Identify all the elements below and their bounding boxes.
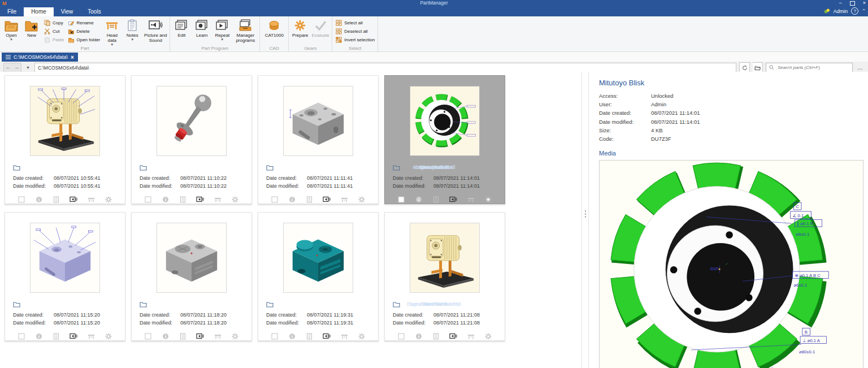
part-thumbnail[interactable]: [5, 215, 125, 300]
info-icon[interactable]: [415, 332, 423, 340]
picture-sound-icon[interactable]: [449, 332, 457, 340]
learn-button[interactable]: Learn: [192, 18, 211, 38]
select-checkbox[interactable]: [18, 332, 25, 340]
info-icon[interactable]: [35, 332, 43, 340]
copy-button[interactable]: Copy: [42, 19, 65, 27]
tab-file[interactable]: File: [0, 7, 24, 16]
notes-icon[interactable]: [432, 332, 440, 340]
back-icon[interactable]: ←: [4, 64, 12, 71]
more-options-icon[interactable]: …: [856, 64, 865, 71]
select-checkbox[interactable]: [397, 332, 405, 340]
invert-selection-button[interactable]: Invert selection: [334, 36, 376, 44]
gear-icon[interactable]: [231, 196, 239, 204]
picture-sound-icon[interactable]: [196, 196, 204, 204]
tab-tools[interactable]: Tools: [80, 7, 108, 16]
info-icon[interactable]: [162, 196, 170, 204]
part-card-demo-part-blue-pattern[interactable]: Demo Part Blue Pattern Date created:08/0…: [5, 212, 125, 341]
part-card-engine-block-pmi[interactable]: Engine Block PMI Date created:08/07/2021…: [5, 75, 125, 204]
head-data-icon[interactable]: [467, 196, 475, 204]
notes-button[interactable]: Notes▼: [123, 18, 142, 42]
paste-button[interactable]: Paste: [42, 36, 65, 44]
part-thumbnail[interactable]: [385, 78, 505, 163]
open-button[interactable]: Open▼: [2, 18, 21, 42]
gear-icon[interactable]: [358, 196, 366, 204]
gear-icon[interactable]: [105, 332, 112, 340]
notes-icon[interactable]: [306, 196, 314, 204]
picture-sound-icon[interactable]: [449, 196, 457, 204]
repeat-button[interactable]: Repeat▼: [212, 18, 232, 42]
notes-icon[interactable]: [53, 196, 60, 204]
tab-home[interactable]: Home: [24, 7, 54, 16]
ribbon-collapse-icon[interactable]: ⌃: [862, 8, 866, 14]
picture-sound-icon[interactable]: [323, 332, 331, 340]
info-icon[interactable]: [35, 196, 43, 204]
notes-icon[interactable]: [306, 332, 314, 340]
info-icon[interactable]: [288, 196, 296, 204]
head-data-icon[interactable]: [87, 196, 95, 204]
part-thumbnail[interactable]: [258, 215, 378, 300]
deselect-all-button[interactable]: Deselect all: [334, 27, 376, 35]
select-checkbox[interactable]: [397, 196, 405, 204]
picture-sound-icon[interactable]: [70, 196, 77, 204]
part-card-engine-block-without-pmi[interactable]: Engine Block without PMI Date created:08…: [384, 212, 505, 341]
notes-icon[interactable]: [432, 196, 440, 204]
info-icon[interactable]: [415, 196, 423, 204]
close-icon[interactable]: ×: [863, 1, 866, 6]
head-data-icon[interactable]: [340, 332, 348, 340]
part-thumbnail[interactable]: [132, 215, 251, 300]
gear-icon[interactable]: [484, 332, 492, 340]
search-input[interactable]: [776, 64, 849, 71]
gear-icon[interactable]: [105, 196, 112, 204]
restore-icon[interactable]: [850, 1, 855, 6]
gear-icon[interactable]: [358, 332, 366, 340]
head-data-icon[interactable]: [467, 332, 475, 340]
part-card-mitutoyo-blisk[interactable]: Mitutoyo Blisk Date created:08/07/2021 1…: [384, 75, 505, 204]
part-card-demo-part-1[interactable]: Demo Part 1 Date created:08/07/2021 11:1…: [258, 75, 379, 204]
part-thumbnail[interactable]: [258, 78, 378, 163]
forward-icon[interactable]: →: [12, 64, 21, 71]
select-checkbox[interactable]: [271, 196, 279, 204]
part-card-demo-part-2[interactable]: Demo Part 2 Date created:08/07/2021 11:1…: [131, 212, 252, 341]
select-checkbox[interactable]: [271, 332, 279, 340]
open-folder-button[interactable]: Open folder: [66, 36, 101, 44]
notes-icon[interactable]: [179, 332, 187, 340]
cut-button[interactable]: Cut: [42, 27, 65, 35]
select-all-button[interactable]: Select all: [334, 19, 376, 27]
select-checkbox[interactable]: [18, 196, 25, 204]
select-checkbox[interactable]: [144, 332, 152, 340]
document-tab[interactable]: C:\MCOSMOSx64\data\ ×: [2, 53, 78, 62]
picture-sound-icon[interactable]: [323, 196, 331, 204]
part-card-kogame-masterball[interactable]: KoGaMe Masterball Date created:08/07/202…: [131, 75, 252, 204]
part-card-swiss-block[interactable]: Swiss Block Date created:08/07/2021 11:1…: [258, 212, 379, 341]
part-thumbnail[interactable]: [385, 215, 505, 300]
media-preview[interactable]: B6R C ∠ 0.1 ∥ ⌀0.1 B ⌀6±0.1 ⊕ ⌀0.1 A B C…: [599, 160, 863, 368]
minimize-icon[interactable]: –: [839, 1, 842, 6]
tab-view[interactable]: View: [54, 7, 81, 16]
panel-splitter[interactable]: [581, 72, 589, 368]
notes-icon[interactable]: [179, 196, 187, 204]
head-data-icon[interactable]: [214, 332, 222, 340]
head-data-icon[interactable]: [214, 196, 222, 204]
address-input[interactable]: [34, 63, 736, 72]
gear-icon[interactable]: [484, 196, 492, 204]
head-data-button[interactable]: Head data▼: [102, 18, 121, 47]
edit-button[interactable]: Edit: [172, 18, 191, 38]
picture-and-sound-button[interactable]: Picture and Sound: [143, 18, 168, 44]
manager-programs-button[interactable]: Manager programs: [233, 18, 258, 44]
picture-sound-icon[interactable]: [196, 332, 204, 340]
new-button[interactable]: New: [22, 18, 41, 38]
part-thumbnail[interactable]: [132, 78, 251, 163]
notes-icon[interactable]: [53, 332, 60, 340]
part-thumbnail[interactable]: [5, 78, 125, 163]
tab-close-icon[interactable]: ×: [71, 54, 74, 60]
prepare-button[interactable]: Prepare: [290, 18, 310, 38]
info-icon[interactable]: [288, 332, 296, 340]
evaluate-button[interactable]: Evaluate: [311, 18, 330, 38]
gear-icon[interactable]: [231, 332, 239, 340]
cat1000-button[interactable]: CAT1000: [262, 18, 287, 38]
help-icon[interactable]: ?: [851, 7, 858, 15]
head-data-icon[interactable]: [340, 196, 348, 204]
select-checkbox[interactable]: [144, 196, 152, 204]
info-icon[interactable]: [162, 332, 170, 340]
history-dropdown-icon[interactable]: ▼: [24, 66, 32, 70]
